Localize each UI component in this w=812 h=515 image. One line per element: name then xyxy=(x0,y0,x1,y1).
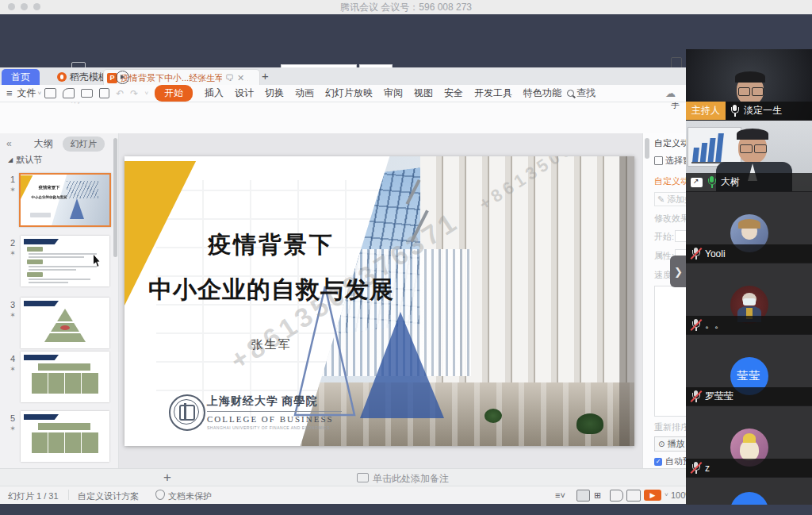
maximize-window-button[interactable] xyxy=(33,3,40,10)
menu-find[interactable]: 查找 xyxy=(576,86,596,100)
collapse-panel-button[interactable]: « xyxy=(6,138,12,149)
slide-2-animation-star: ✶ xyxy=(7,249,18,257)
add-effect-button[interactable]: ✎添加效果 xyxy=(654,192,687,206)
slide-4-thumbnail[interactable] xyxy=(21,352,109,402)
video-tile-z[interactable]: z xyxy=(686,406,812,478)
mic-muted-icon[interactable] xyxy=(691,390,701,402)
slide-editor[interactable]: +8613508376371 +8613508376371 疫情背景下 中小企业… xyxy=(124,156,634,446)
slide-title-line1[interactable]: 疫情背景下 xyxy=(148,229,394,261)
video-tile-chensu[interactable]: 陈苏 xyxy=(686,478,812,505)
play-animation-button[interactable]: ⊙播放 xyxy=(654,436,687,452)
projector-view-button[interactable] xyxy=(626,490,641,502)
custom-animation-panel: 自定义动画 选择窗格 自定义动画 ✎添加效果 修改效果 开始: 属性: 速度: … xyxy=(642,133,687,468)
menu-security[interactable]: 安全 xyxy=(444,86,463,100)
video-tile-presenter[interactable]: 大树 xyxy=(686,121,812,192)
anim-section-title: 自定义动画 xyxy=(654,175,687,187)
undo-icon[interactable]: ↶ xyxy=(116,88,124,99)
play-options-caret-icon[interactable]: ˅ xyxy=(665,491,668,498)
reading-view-button[interactable] xyxy=(610,490,623,502)
save-icon[interactable] xyxy=(44,88,56,98)
menu-transition[interactable]: 切换 xyxy=(265,86,284,100)
tab-outline[interactable]: 大纲 xyxy=(34,137,53,151)
menu-animation[interactable]: 动画 xyxy=(295,86,314,100)
mic-on-icon[interactable] xyxy=(730,105,740,117)
slide-1-animation-star: ✶ xyxy=(7,186,18,194)
select-pane-button[interactable]: 选择窗格 xyxy=(654,155,687,167)
tab-slides[interactable]: 幻灯片 xyxy=(63,136,105,152)
menu-view[interactable]: 视图 xyxy=(414,86,433,100)
wps-tab-bar: 首页 稻壳模板 P 疫情背景下中小...经张生军(1) 🗨 ✕ + xyxy=(0,67,687,85)
tab-home[interactable]: 首页 xyxy=(2,69,40,85)
wps-presentation-window: 首页 稻壳模板 P 疫情背景下中小...经张生军(1) 🗨 ✕ + ≡ 文件 ˅… xyxy=(0,67,687,504)
start-label: 开始: xyxy=(654,231,674,243)
thumbnail-scrollbar[interactable] xyxy=(113,138,117,257)
notes-placeholder[interactable]: 单击此处添加备注 xyxy=(373,472,449,486)
slide-5-animation-star: ✶ xyxy=(7,425,18,432)
slideshow-play-button[interactable]: ▶ xyxy=(644,490,661,501)
participant-name: 大树 xyxy=(721,175,740,189)
menu-review[interactable]: 审阅 xyxy=(384,86,403,100)
slide-canvas: +8613508376371 +8613508376371 疫情背景下 中小企业… xyxy=(119,133,642,468)
cloud-sync-icon[interactable]: ☁ xyxy=(665,87,676,99)
panel-scrollbar[interactable] xyxy=(645,138,649,159)
mic-muted-icon[interactable] xyxy=(691,319,701,331)
hamburger-menu-icon[interactable]: ≡ xyxy=(6,87,13,99)
menu-design[interactable]: 设计 xyxy=(235,86,254,100)
participants-video-panel: 主持人 淡定一生 大树 xyxy=(686,49,812,505)
tab-document-label: 疫情背景下中小...经张生军(1) xyxy=(121,72,222,84)
section-collapse-icon[interactable]: ◢ xyxy=(8,156,13,163)
screen-sharing-icon xyxy=(691,178,703,187)
menu-dev-tools[interactable]: 开发工具 xyxy=(474,86,512,100)
anim-panel-title: 自定义动画 xyxy=(654,137,687,149)
slide-3-thumbnail[interactable] xyxy=(21,298,109,348)
menu-file[interactable]: 文件 xyxy=(17,86,36,100)
video-tile-luoyingying[interactable]: 莹莹 罗莹莹 xyxy=(686,335,812,406)
slide-1-thumbnail[interactable]: 疫情背景下 中小企业的自救与发展 xyxy=(19,173,111,227)
meeting-titlebar: 腾讯会议 会议号：596 008 273 xyxy=(0,0,812,14)
minimize-window-button[interactable] xyxy=(21,3,28,10)
menu-insert[interactable]: 插入 xyxy=(205,86,224,100)
auto-preview-checkbox[interactable]: ✓ 自动预览 xyxy=(654,455,687,467)
video-tile-dots[interactable]: 。。 xyxy=(686,263,812,335)
university-seal-icon xyxy=(169,394,205,431)
print-icon[interactable] xyxy=(81,89,93,98)
modify-effect-label: 修改效果 xyxy=(654,213,687,225)
menu-slideshow[interactable]: 幻灯片放映 xyxy=(325,86,373,100)
start-combo[interactable] xyxy=(675,230,687,242)
mic-muted-icon[interactable] xyxy=(691,462,701,474)
notes-toggle-icon[interactable]: ≡˅ xyxy=(555,490,565,500)
mic-active-icon[interactable] xyxy=(707,176,717,188)
slide-1-number: 1 xyxy=(7,175,18,184)
doc-protect-label[interactable]: 文档未保护 xyxy=(168,490,212,502)
notes-bar: + 单击此处添加备注 xyxy=(0,468,687,486)
slide-5-number: 5 xyxy=(7,413,18,423)
slide-4-number: 4 xyxy=(7,354,18,363)
protect-shield-icon xyxy=(155,490,165,500)
export-icon[interactable] xyxy=(63,88,75,98)
add-slide-button[interactable]: + xyxy=(163,470,171,486)
video-tile-host[interactable]: 主持人 淡定一生 xyxy=(686,49,812,121)
comment-icon[interactable]: 🗨 xyxy=(225,73,234,83)
slide-sorter-view-button[interactable]: ⊞ xyxy=(594,490,602,501)
video-tile-yooli[interactable]: Yooli xyxy=(686,192,812,263)
menu-start[interactable]: 开始 xyxy=(155,85,193,102)
video-panel-collapse-handle[interactable]: ❯ xyxy=(670,256,687,287)
mic-muted-icon[interactable] xyxy=(691,248,701,259)
more-commands-caret-icon[interactable]: ˅ xyxy=(144,90,148,97)
slide-5-thumbnail[interactable] xyxy=(21,411,109,462)
meeting-window-bottom-edge xyxy=(0,505,812,515)
new-tab-button[interactable]: + xyxy=(262,67,269,85)
slide-title-line2[interactable]: 中小企业的自救与发展 xyxy=(124,274,418,306)
close-window-button[interactable] xyxy=(8,3,15,10)
normal-view-button[interactable] xyxy=(576,490,590,502)
slide-counter: 幻灯片 1 / 31 xyxy=(8,490,59,502)
redo-icon[interactable]: ↷ xyxy=(130,88,138,99)
close-tab-icon[interactable]: ✕ xyxy=(237,73,244,83)
slide-author[interactable]: 张生军 xyxy=(148,337,394,352)
menu-features[interactable]: 特色功能 xyxy=(523,86,561,100)
animation-list[interactable] xyxy=(654,286,687,417)
design-scheme-label[interactable]: 自定义设计方案 xyxy=(78,490,139,502)
search-icon xyxy=(567,90,574,97)
print-preview-icon[interactable] xyxy=(99,88,109,98)
meeting-title: 腾讯会议 会议号：596 008 273 xyxy=(0,0,812,14)
